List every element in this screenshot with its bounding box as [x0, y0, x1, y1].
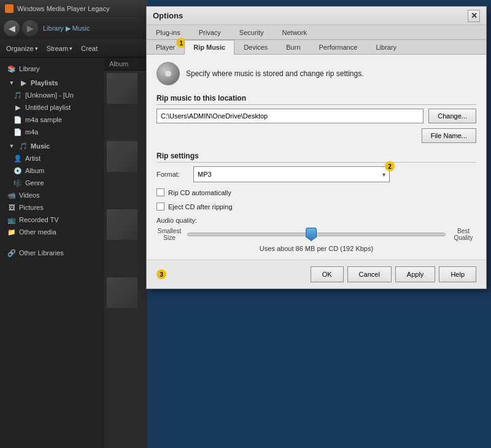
rip-cd-auto-checkbox[interactable]	[157, 188, 164, 196]
sidebar-item-album[interactable]: 💿 Album	[0, 164, 104, 177]
apply-button[interactable]: Apply	[395, 266, 436, 282]
tab-network[interactable]: Network	[273, 25, 316, 39]
sidebar-item-untitled[interactable]: ▶ Untitled playlist	[0, 101, 104, 114]
slider-row: Smallest Size Best Quality	[157, 228, 476, 241]
eject-cd-checkbox[interactable]	[157, 203, 164, 210]
tabs-row1: Plug-ins Privacy Security Network	[147, 25, 486, 40]
badge-2: 2	[385, 161, 395, 171]
tab-plugins[interactable]: Plug-ins	[147, 25, 190, 39]
organize-button[interactable]: Organize ▾	[2, 44, 42, 53]
dialog-title: Options	[153, 11, 183, 20]
rip-settings-section: Rip settings Format: MP3 ▾ 2 Rip CD auto…	[157, 152, 476, 210]
badge-3: 3	[157, 269, 166, 279]
dialog-close-button[interactable]: ✕	[468, 10, 480, 22]
album-icon: 💿	[14, 166, 22, 175]
toolbar: Organize ▾ Stream ▾ Creat	[0, 39, 147, 58]
format-row: Format: MP3 ▾ 2	[157, 166, 476, 182]
playlist-icon-2: ▶	[14, 103, 22, 112]
filename-btn-row: File Name...	[157, 128, 476, 143]
expand-icon: ▼	[7, 79, 16, 87]
filename-button[interactable]: File Name...	[422, 128, 476, 143]
wmp-window: Windows Media Player Legacy ◀ ▶ Library …	[0, 0, 147, 448]
ok-button[interactable]: OK	[311, 266, 344, 282]
dialog-footer: 3 OK Cancel Apply Help	[147, 260, 486, 288]
format-select[interactable]: MP3 ▾	[193, 166, 390, 182]
other-libraries-icon: 🔗	[7, 249, 16, 257]
wmp-navbar: ◀ ▶ Library ▶ Music	[0, 17, 147, 39]
tab-devices[interactable]: Devices	[234, 40, 277, 54]
album-thumb-2	[107, 141, 137, 172]
sidebar-item-playlists[interactable]: ▼ ▶ Playlists	[0, 75, 104, 89]
album-item-3	[107, 209, 145, 240]
genre-icon: 🎼	[14, 179, 22, 187]
change-button[interactable]: Change...	[428, 109, 476, 123]
rip-cd-auto-row: Rip CD automatically	[157, 188, 476, 196]
sidebar-item-other-media[interactable]: 📁 Other media	[0, 226, 104, 238]
sidebar-item-m4a-sample[interactable]: 📄 m4a sample	[0, 114, 104, 126]
sidebar: 📚 Library ▼ ▶ Playlists 🎵 [Unknown] - [U…	[0, 58, 104, 448]
audio-quality-info: Uses about 86 MB per CD (192 Kbps)	[157, 245, 476, 252]
sidebar-item-pictures[interactable]: 🖼 Pictures	[0, 201, 104, 214]
main-content: Album	[104, 58, 147, 448]
album-thumb-4	[107, 277, 137, 308]
stream-button[interactable]: Stream ▾	[43, 44, 76, 53]
eject-cd-row: Eject CD after ripping	[157, 203, 476, 210]
slider-track[interactable]	[187, 233, 446, 236]
album-item-1	[107, 73, 145, 104]
dialog-titlebar: Options ✕	[147, 7, 486, 25]
wmp-title: Windows Media Player Legacy	[17, 5, 109, 12]
sidebar-item-music[interactable]: ▼ 🎵 Music	[0, 138, 104, 152]
tab-player[interactable]: Player 1	[147, 40, 184, 54]
dialog-body: Specify where music is stored and change…	[147, 55, 486, 260]
tab-security[interactable]: Security	[230, 25, 273, 39]
tabs-row2: Player 1 Rip Music Devices Burn Performa…	[147, 40, 486, 55]
tab-library[interactable]: Library	[367, 40, 406, 54]
playlists-icon: ▶	[19, 79, 28, 87]
format-label: Format:	[157, 171, 187, 178]
sidebar-item-videos[interactable]: 📹 Videos	[0, 189, 104, 201]
album-item-2	[107, 141, 145, 172]
music-expand-icon: ▼	[7, 142, 16, 150]
dialog-description: Specify where music is stored and change…	[186, 69, 363, 78]
sidebar-item-artist[interactable]: 👤 Artist	[0, 152, 104, 164]
slider-thumb	[306, 228, 317, 241]
audio-quality-section: Audio quality: Smallest Size Best Qualit…	[157, 217, 476, 252]
rip-settings-label: Rip settings	[157, 152, 476, 163]
help-button[interactable]: Help	[439, 266, 476, 282]
album-item-4	[107, 277, 145, 308]
path-input[interactable]	[157, 109, 423, 123]
artist-icon: 👤	[14, 154, 22, 163]
wmp-app-icon	[5, 4, 14, 13]
options-dialog: Options ✕ Plug-ins Privacy Security Netw…	[146, 6, 487, 289]
sidebar-item-genre[interactable]: 🎼 Genre	[0, 177, 104, 189]
location-row: Change...	[157, 109, 476, 123]
sidebar-item-unknown[interactable]: 🎵 [Unknown] - [Un	[0, 89, 104, 101]
tab-privacy[interactable]: Privacy	[190, 25, 230, 39]
sidebar-item-other-libraries[interactable]: 🔗 Other Libraries	[0, 247, 104, 259]
playlist-icon: 🎵	[14, 91, 22, 99]
cd-icon	[157, 62, 180, 85]
wmp-titlebar: Windows Media Player Legacy	[0, 0, 147, 17]
cd-inner	[165, 71, 171, 77]
music-icon: 🎵	[19, 142, 28, 150]
rip-location-label: Rip music to this location	[157, 94, 476, 105]
create-button[interactable]: Creat	[77, 44, 101, 53]
pictures-icon: 🖼	[7, 203, 16, 212]
tab-performance[interactable]: Performance	[310, 40, 367, 54]
back-button[interactable]: ◀	[4, 20, 20, 36]
dialog-header-row: Specify where music is stored and change…	[157, 62, 476, 85]
select-arrow-icon: ▾	[382, 171, 385, 178]
m4a-icon: 📄	[14, 128, 22, 136]
forward-button[interactable]: ▶	[22, 20, 38, 36]
rip-cd-auto-label: Rip CD automatically	[168, 189, 231, 196]
tab-rip-music[interactable]: Rip Music	[184, 40, 234, 55]
library-icon: 📚	[7, 64, 16, 73]
m4a-sample-icon: 📄	[14, 115, 22, 124]
sidebar-item-library[interactable]: 📚 Library	[0, 63, 104, 75]
sidebar-item-recorded-tv[interactable]: 📺 Recorded TV	[0, 214, 104, 226]
audio-quality-label: Audio quality:	[157, 217, 476, 224]
album-header: Album	[104, 58, 147, 71]
cancel-button[interactable]: Cancel	[347, 266, 392, 282]
sidebar-item-m4a[interactable]: 📄 m4a	[0, 126, 104, 138]
tab-burn[interactable]: Burn	[277, 40, 309, 54]
